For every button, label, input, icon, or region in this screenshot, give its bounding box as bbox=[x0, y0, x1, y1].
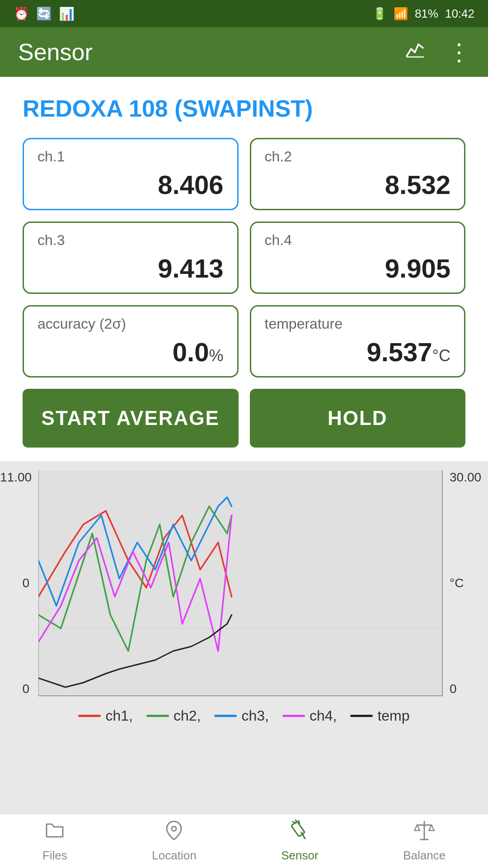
legend-ch4-line bbox=[282, 715, 305, 717]
y-label-top: 11.00 bbox=[0, 470, 34, 485]
device-title: REDOXA 108 (SWAPINST) bbox=[23, 95, 465, 122]
y-label-mid: 0 bbox=[0, 576, 34, 590]
legend-ch2-line bbox=[146, 715, 169, 717]
more-options-icon[interactable]: ⋮ bbox=[447, 40, 470, 64]
y-label-right-bottom: 0 bbox=[447, 682, 457, 696]
time-display: 10:42 bbox=[445, 7, 474, 21]
chart-icon[interactable] bbox=[405, 40, 425, 64]
legend-temp-label: temp bbox=[377, 708, 409, 724]
nav-location[interactable]: Location bbox=[152, 820, 196, 863]
nav-sensor[interactable]: Sensor bbox=[281, 820, 318, 863]
channel-1-card[interactable]: ch.1 8.406 bbox=[23, 138, 239, 210]
legend-ch3-line bbox=[214, 715, 237, 717]
chart-container: 11.00 0 0 30.00 °C 0 bbox=[0, 461, 488, 814]
temperature-card: temperature 9.537°C bbox=[250, 305, 466, 377]
hold-button[interactable]: HOLD bbox=[250, 389, 466, 448]
legend-ch1-label: ch1, bbox=[105, 708, 132, 724]
temperature-value: 9.537°C bbox=[265, 337, 451, 367]
app-bar-icons: ⋮ bbox=[405, 40, 470, 64]
nav-balance[interactable]: Balance bbox=[403, 820, 446, 863]
folder-icon bbox=[44, 820, 66, 846]
activity-icon: 📊 bbox=[59, 6, 75, 21]
chart-svg-area bbox=[38, 470, 443, 696]
sensor-icon bbox=[289, 820, 310, 846]
app-title: Sensor bbox=[18, 38, 93, 66]
accuracy-label: accuracy (2σ) bbox=[38, 316, 224, 332]
channel-3-label: ch.3 bbox=[38, 232, 224, 249]
alarm-icon: ⏰ bbox=[14, 6, 29, 21]
legend-ch4: ch4, bbox=[282, 708, 337, 724]
y-label-right-top: 30.00 bbox=[447, 470, 481, 485]
nav-sensor-label: Sensor bbox=[281, 849, 318, 863]
channel-4-card[interactable]: ch.4 9.905 bbox=[250, 222, 466, 294]
nav-balance-label: Balance bbox=[403, 849, 446, 863]
nav-files[interactable]: Files bbox=[42, 820, 67, 863]
accuracy-card: accuracy (2σ) 0.0% bbox=[23, 305, 239, 377]
channel-2-label: ch.2 bbox=[265, 148, 451, 165]
temperature-label: temperature bbox=[265, 316, 451, 332]
legend-ch2-label: ch2, bbox=[174, 708, 201, 724]
stats-grid: accuracy (2σ) 0.0% temperature 9.537°C bbox=[23, 305, 465, 377]
channel-3-card[interactable]: ch.3 9.413 bbox=[23, 222, 239, 294]
legend-ch4-label: ch4, bbox=[310, 708, 337, 724]
channel-4-label: ch.4 bbox=[265, 232, 451, 249]
status-icons-left: ⏰ 🔄 📊 bbox=[14, 6, 75, 21]
chart-svg bbox=[38, 470, 443, 696]
start-average-button[interactable]: START AVERAGE bbox=[23, 389, 239, 448]
button-row: START AVERAGE HOLD bbox=[23, 389, 465, 448]
legend-ch1-line bbox=[78, 715, 101, 717]
location-icon bbox=[163, 820, 185, 846]
channel-2-value: 8.532 bbox=[265, 170, 451, 200]
nav-files-label: Files bbox=[42, 849, 67, 863]
celsius-unit-label: °C bbox=[447, 576, 464, 590]
legend-ch2: ch2, bbox=[146, 708, 201, 724]
main-content: REDOXA 108 (SWAPINST) ch.1 8.406 ch.2 8.… bbox=[0, 77, 488, 461]
battery-save-icon: 🔋 bbox=[372, 7, 387, 21]
wifi-icon: 📶 bbox=[394, 7, 408, 21]
svg-rect-1 bbox=[38, 470, 443, 696]
legend-ch1: ch1, bbox=[78, 708, 132, 724]
channel-1-label: ch.1 bbox=[38, 148, 224, 165]
bottom-nav: Files Location Sensor bbox=[0, 814, 488, 868]
y-label-bottom: 0 bbox=[0, 682, 34, 696]
channel-3-value: 9.413 bbox=[38, 253, 224, 283]
status-icons-right: 🔋 📶 81% 10:42 bbox=[372, 7, 474, 21]
balance-icon bbox=[413, 820, 435, 846]
app-bar: Sensor ⋮ bbox=[0, 27, 488, 77]
channel-2-card[interactable]: ch.2 8.532 bbox=[250, 138, 466, 210]
accuracy-value: 0.0% bbox=[38, 337, 224, 367]
channel-4-value: 9.905 bbox=[265, 253, 451, 283]
sync-icon: 🔄 bbox=[36, 6, 52, 21]
legend-temp-line bbox=[350, 715, 373, 717]
legend-ch3-label: ch3, bbox=[241, 708, 268, 724]
svg-point-6 bbox=[172, 826, 176, 831]
legend-temp: temp bbox=[350, 708, 409, 724]
channel-grid: ch.1 8.406 ch.2 8.532 ch.3 9.413 ch.4 9.… bbox=[23, 138, 465, 294]
nav-location-label: Location bbox=[152, 849, 196, 863]
channel-1-value: 8.406 bbox=[38, 170, 224, 200]
chart-legend: ch1, ch2, ch3, ch4, temp bbox=[5, 696, 483, 729]
legend-ch3: ch3, bbox=[214, 708, 268, 724]
battery-level: 81% bbox=[415, 7, 438, 21]
status-bar: ⏰ 🔄 📊 🔋 📶 81% 10:42 bbox=[0, 0, 488, 27]
